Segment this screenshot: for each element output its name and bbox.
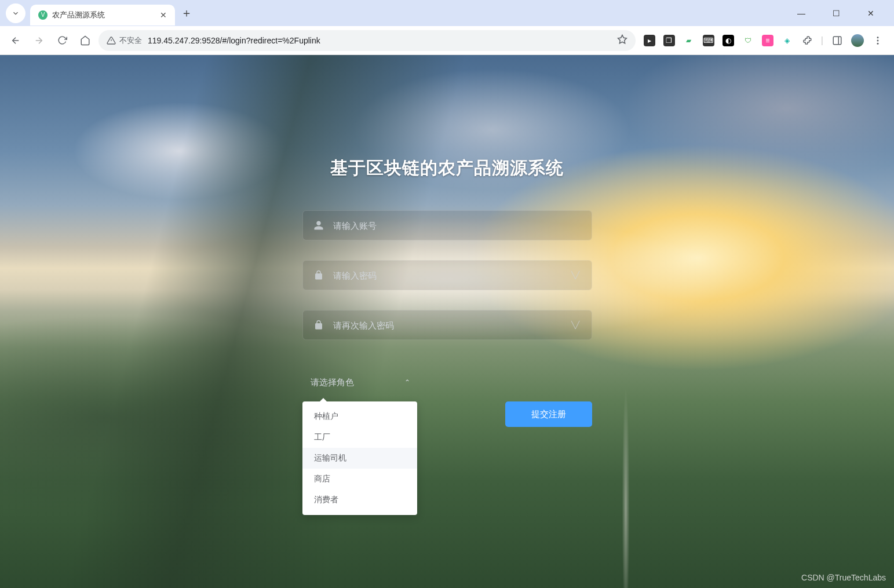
extension-icon[interactable]: ◈ (782, 35, 793, 46)
account-input[interactable] (333, 221, 581, 231)
extension-icon[interactable]: 🛡 (742, 35, 754, 46)
login-panel: 基于区块链的农产品溯源系统 ╲╱ ╲╱ (0, 55, 894, 588)
user-icon (313, 220, 324, 231)
close-window-button[interactable]: ✕ (859, 9, 882, 18)
svg-rect-5 (833, 36, 841, 45)
role-option[interactable]: 工厂 (302, 427, 417, 448)
confirm-password-field[interactable]: ╲╱ (302, 310, 592, 340)
role-select-trigger[interactable]: 请选择角色 ⌃ (302, 370, 418, 395)
browser-window: V 农产品溯源系统 ✕ ＋ — ☐ ✕ 不安全 119.45. (0, 0, 894, 588)
address-bar[interactable]: 不安全 119.45.247.29:9528/#/login?redirect=… (98, 30, 636, 51)
role-option[interactable]: 种植户 (302, 406, 417, 427)
eye-closed-icon[interactable]: ╲╱ (570, 271, 581, 279)
extension-icon[interactable]: ❐ (663, 35, 675, 46)
minimize-button[interactable]: — (790, 9, 813, 18)
new-tab-button[interactable]: ＋ (181, 5, 192, 21)
account-field[interactable] (302, 210, 592, 240)
role-dropdown: 种植户 工厂 运输司机 商店 消费者 (302, 401, 417, 515)
extension-icon[interactable]: ▸ (644, 35, 655, 46)
role-option[interactable]: 消费者 (302, 490, 417, 510)
reload-button[interactable] (52, 31, 72, 50)
eye-closed-icon[interactable]: ╲╱ (570, 321, 581, 329)
svg-point-7 (877, 36, 879, 38)
extensions-area: ▸ ❐ ▰ ⌨ ◐ 🛡 ≡ ◈ | (639, 34, 888, 47)
browser-tab[interactable]: V 农产品溯源系统 ✕ (30, 5, 175, 25)
insecure-label: 不安全 (119, 35, 142, 46)
role-option[interactable]: 商店 (302, 469, 417, 490)
form-bottom-row: 请选择角色 ⌃ 种植户 工厂 运输司机 商店 消费者 提交注册 (302, 370, 592, 427)
tab-strip: V 农产品溯源系统 ✕ ＋ — ☐ ✕ (0, 0, 894, 26)
role-select[interactable]: 请选择角色 ⌃ 种植户 工厂 运输司机 商店 消费者 (302, 370, 418, 395)
extensions-button[interactable] (801, 35, 813, 46)
register-form: ╲╱ ╲╱ 请选择角色 ⌃ 种植户 工厂 (302, 210, 592, 427)
browser-toolbar: 不安全 119.45.247.29:9528/#/login?redirect=… (0, 26, 894, 55)
profile-avatar[interactable] (851, 34, 864, 47)
watermark: CSDN @TrueTechLabs (801, 573, 886, 582)
confirm-password-input[interactable] (333, 320, 560, 330)
role-option[interactable]: 运输司机 (302, 448, 417, 469)
password-input[interactable] (333, 271, 560, 280)
maximize-button[interactable]: ☐ (824, 9, 848, 18)
home-button[interactable] (75, 31, 95, 50)
forward-button[interactable] (29, 31, 49, 50)
close-tab-icon[interactable]: ✕ (160, 10, 167, 20)
submit-register-button[interactable]: 提交注册 (505, 401, 592, 427)
password-field[interactable]: ╲╱ (302, 260, 592, 290)
bookmark-star-icon[interactable] (617, 34, 627, 46)
tab-title: 农产品溯源系统 (52, 10, 105, 20)
search-tabs-button[interactable] (6, 3, 25, 23)
extension-icon[interactable]: ▰ (683, 35, 695, 46)
svg-point-9 (877, 42, 879, 44)
page-title: 基于区块链的农产品溯源系统 (330, 156, 564, 180)
security-indicator[interactable]: 不安全 (107, 35, 142, 46)
favicon-icon: V (38, 10, 48, 20)
url-text: 119.45.247.29:9528/#/login?redirect=%2Fu… (148, 36, 611, 45)
chrome-menu-button[interactable] (872, 35, 884, 46)
svg-point-8 (877, 39, 879, 41)
lock-icon (313, 320, 324, 330)
lock-icon (313, 270, 324, 280)
extension-icon[interactable]: ⌨ (703, 35, 714, 46)
window-controls: — ☐ ✕ (778, 9, 894, 18)
role-placeholder: 请选择角色 (311, 377, 354, 388)
extension-icon[interactable]: ≡ (762, 35, 773, 46)
svg-marker-4 (618, 35, 626, 43)
page-content: 基于区块链的农产品溯源系统 ╲╱ ╲╱ (0, 55, 894, 588)
chevron-up-icon: ⌃ (404, 378, 410, 386)
extension-icon[interactable]: ◐ (723, 35, 734, 46)
side-panel-button[interactable] (831, 35, 843, 46)
back-button[interactable] (6, 31, 25, 50)
